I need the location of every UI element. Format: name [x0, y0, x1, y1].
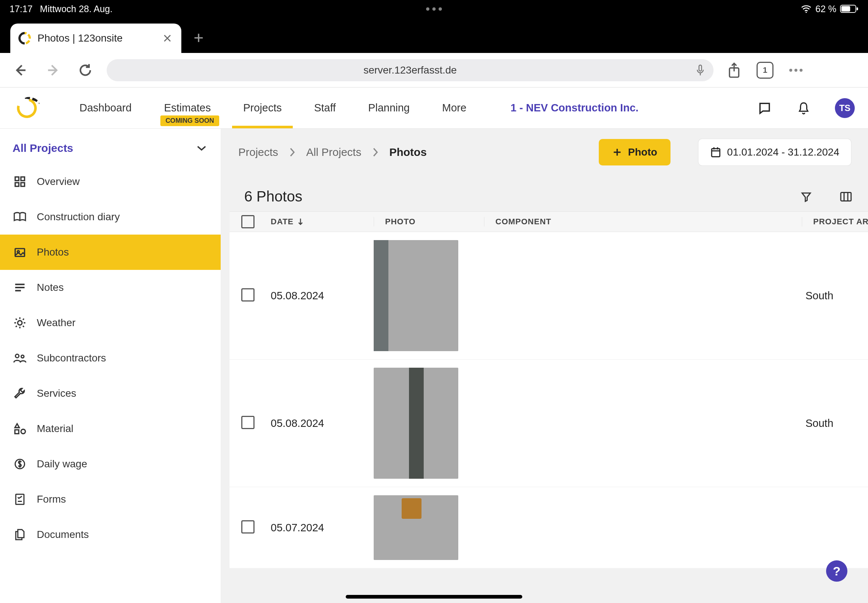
sidebar-item-documents[interactable]: Documents: [0, 517, 221, 552]
svg-rect-12: [21, 183, 25, 186]
plus-icon: [612, 147, 622, 158]
mic-icon[interactable]: [695, 64, 706, 76]
add-photo-button[interactable]: Photo: [599, 139, 670, 165]
new-tab-button[interactable]: [189, 28, 209, 48]
svg-rect-11: [15, 183, 19, 186]
row-date: 05.08.2024: [271, 417, 374, 430]
chevron-right-icon: [289, 147, 295, 157]
row-checkbox[interactable]: [241, 416, 255, 429]
close-tab-button[interactable]: [162, 33, 172, 43]
svg-point-16: [15, 354, 19, 357]
svg-point-6: [789, 69, 792, 72]
copy-icon: [12, 527, 27, 542]
photo-thumbnail[interactable]: [374, 240, 458, 351]
sidebar-item-forms[interactable]: Forms: [0, 482, 221, 517]
row-date: 05.08.2024: [271, 290, 374, 302]
nav-more[interactable]: More: [442, 88, 466, 128]
tab-count: 1: [757, 62, 774, 79]
col-component[interactable]: COMPONENT: [484, 217, 802, 226]
crumb-projects[interactable]: Projects: [238, 146, 278, 158]
columns-button[interactable]: [839, 189, 853, 204]
form-icon: [12, 492, 27, 507]
tab-title: Photos | 123onsite: [37, 32, 122, 44]
status-time: 17:17: [9, 4, 33, 14]
svg-point-17: [21, 355, 24, 358]
sidebar-item-diary[interactable]: Construction diary: [0, 199, 221, 235]
col-project-area[interactable]: PROJECT AREA: [802, 217, 868, 226]
nav-back-button[interactable]: [9, 59, 32, 81]
row-area: South: [802, 290, 868, 302]
status-date: Mittwoch 28. Aug.: [40, 4, 113, 14]
browser-tab[interactable]: Photos | 123onsite: [10, 23, 181, 53]
svg-rect-9: [15, 177, 19, 181]
svg-rect-22: [712, 148, 720, 157]
sidebar-title: All Projects: [12, 142, 73, 155]
multitasking-dots[interactable]: [426, 7, 442, 11]
crumb-all-projects[interactable]: All Projects: [306, 146, 361, 158]
arrow-down-icon: [297, 218, 304, 226]
sidebar-item-overview[interactable]: Overview: [0, 164, 221, 199]
col-photo[interactable]: PHOTO: [374, 217, 484, 226]
filter-button[interactable]: [799, 189, 814, 204]
sidebar-item-dailywage[interactable]: Daily wage: [0, 446, 221, 482]
image-icon: [12, 245, 27, 260]
tabs-button[interactable]: 1: [755, 60, 775, 80]
sun-icon: [12, 315, 27, 330]
share-button[interactable]: [724, 60, 744, 80]
col-date[interactable]: DATE: [271, 217, 374, 226]
nav-staff[interactable]: Staff: [314, 88, 336, 128]
sidebar-header[interactable]: All Projects: [0, 129, 221, 164]
photo-thumbnail[interactable]: [374, 368, 458, 479]
svg-rect-3: [857, 7, 858, 10]
wifi-icon: [801, 5, 812, 13]
main-content: Projects All Projects Photos Photo 01.01…: [221, 129, 868, 603]
app-logo[interactable]: [13, 98, 39, 118]
row-checkbox[interactable]: [241, 520, 255, 533]
nav-dashboard[interactable]: Dashboard: [79, 88, 132, 128]
coming-soon-badge: COMING SOON: [160, 116, 219, 126]
sidebar-item-photos[interactable]: Photos: [0, 235, 221, 270]
sidebar-item-weather[interactable]: Weather: [0, 305, 221, 340]
address-bar[interactable]: server.123erfasst.de: [107, 59, 713, 81]
date-range-picker[interactable]: 01.01.2024 - 31.12.2024: [698, 139, 851, 165]
row-area: South: [802, 417, 868, 430]
reload-button[interactable]: [74, 59, 96, 81]
crumb-photos: Photos: [389, 146, 427, 158]
row-checkbox[interactable]: [241, 288, 255, 302]
sidebar-item-notes[interactable]: Notes: [0, 270, 221, 305]
sidebar: All Projects Overview Construction diary…: [0, 129, 221, 603]
shapes-icon: [12, 421, 27, 436]
table-header: DATE PHOTO COMPONENT PROJECT AREA: [229, 212, 868, 232]
table-row[interactable]: 05.07.2024: [229, 487, 868, 568]
sidebar-item-material[interactable]: Material: [0, 411, 221, 446]
svg-point-7: [794, 69, 797, 72]
battery-percent: 62 %: [815, 4, 836, 14]
table-row[interactable]: 05.08.2024 South: [229, 360, 868, 487]
chat-icon[interactable]: [757, 100, 772, 116]
sidebar-item-subcontractors[interactable]: Subcontractors: [0, 340, 221, 376]
photo-thumbnail[interactable]: [374, 495, 458, 560]
avatar[interactable]: TS: [835, 98, 855, 118]
sidebar-item-services[interactable]: Services: [0, 376, 221, 411]
grid-icon: [12, 174, 27, 189]
dollar-icon: [12, 457, 27, 472]
address-text: server.123erfasst.de: [364, 64, 457, 76]
browser-tabstrip: Photos | 123onsite: [0, 18, 868, 53]
nav-forward-button[interactable]: [42, 59, 64, 81]
svg-rect-10: [21, 177, 25, 181]
home-indicator[interactable]: [346, 595, 522, 598]
nav-projects[interactable]: Projects: [243, 88, 282, 128]
browser-toolbar: server.123erfasst.de 1: [0, 53, 868, 88]
calendar-icon: [710, 146, 721, 158]
nav-estimates[interactable]: Estimates COMING SOON: [164, 88, 211, 128]
nav-planning[interactable]: Planning: [368, 88, 410, 128]
svg-point-15: [18, 321, 22, 325]
bell-icon[interactable]: [796, 100, 811, 116]
select-all-checkbox[interactable]: [241, 215, 255, 228]
list-title: 6 Photos: [244, 188, 302, 205]
help-button[interactable]: ?: [826, 560, 847, 582]
table-row[interactable]: 05.08.2024 South: [229, 232, 868, 360]
company-selector[interactable]: 1 - NEV Construction Inc.: [511, 102, 639, 114]
more-button[interactable]: [786, 60, 806, 80]
tab-favicon: [19, 32, 31, 45]
